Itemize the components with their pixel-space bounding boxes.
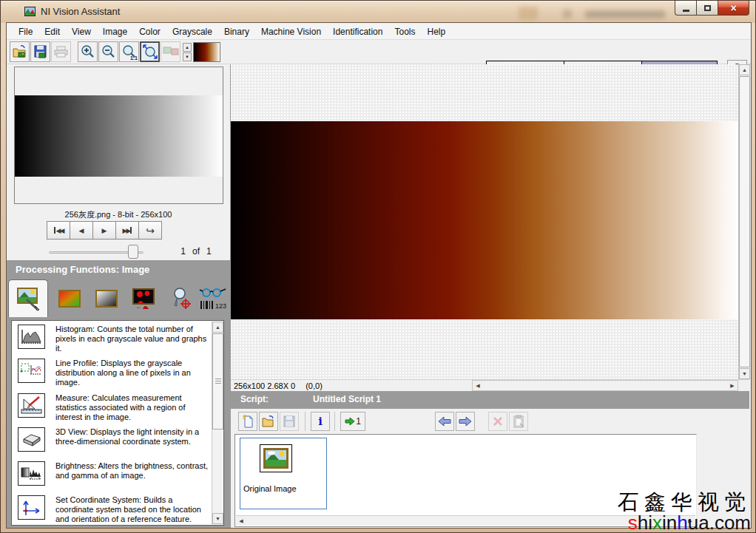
menu-bar: File Edit View Image Color Grayscale Bin… [7, 24, 751, 40]
print-button[interactable] [51, 41, 71, 62]
scroll-up-icon[interactable]: ▲ [212, 322, 223, 333]
palette-spin-up-button[interactable]: ▲ [183, 43, 192, 52]
set-coordinate-system-icon [18, 495, 45, 520]
step-back-button[interactable] [435, 412, 454, 431]
palette-preview[interactable] [193, 42, 220, 62]
script-toolbar: i 1 [231, 409, 749, 434]
tab-binary[interactable] [128, 279, 159, 317]
scroll-right-icon[interactable]: ▶ [727, 381, 738, 390]
zoom-in-icon [81, 44, 95, 59]
menu-item-view[interactable]: View [66, 24, 97, 39]
window-controls: × [675, 1, 749, 16]
binary-tab-icon [132, 288, 155, 310]
function-description: 3D View: Displays the light intensity in… [55, 427, 212, 452]
menu-item-grayscale[interactable]: Grayscale [166, 24, 218, 39]
step-forward-button[interactable] [456, 412, 475, 431]
save-image-button[interactable] [30, 41, 50, 62]
delete-x-icon [493, 416, 503, 427]
open-image-icon [12, 44, 28, 59]
run-once-label: 1 [356, 416, 361, 427]
toolbar-separator [334, 412, 335, 431]
function-item-3d-view[interactable]: 3D View: Displays the light intensity in… [18, 427, 212, 452]
menu-item-image[interactable]: Image [97, 24, 133, 39]
zoom-to-fit-button[interactable] [140, 41, 160, 62]
tab-machine-vision[interactable] [166, 279, 196, 317]
palette-spin-down-button[interactable]: ▼ [183, 52, 192, 61]
menu-item-file[interactable]: File [13, 24, 38, 39]
image-caption: 256灰度.png - 8-bit - 256x100 [7, 209, 230, 220]
title-bar[interactable]: NI Vision Assistant × [1, 1, 755, 23]
open-script-button[interactable] [259, 412, 278, 431]
image-position-slider-thumb[interactable] [128, 245, 138, 259]
zoom-out-button[interactable] [98, 41, 118, 62]
maximize-button[interactable] [696, 1, 718, 16]
menu-item-edit[interactable]: Edit [38, 24, 66, 39]
save-image-icon [33, 44, 48, 59]
tab-identification[interactable]: 123 [198, 279, 229, 317]
scroll-up-icon[interactable]: ▲ [739, 64, 750, 75]
tab-grayscale[interactable] [91, 279, 122, 317]
background-window-artifact [563, 10, 572, 18]
viewer-vscroll-thumb[interactable] [739, 76, 750, 367]
first-image-button[interactable]: ◀◀ [47, 221, 70, 240]
scroll-down-icon[interactable]: ▼ [212, 513, 223, 524]
cycle-images-button[interactable]: ↪ [138, 221, 162, 240]
processing-functions-panel: Processing Functions: Image [7, 260, 230, 528]
image-canvas[interactable] [231, 121, 738, 319]
new-script-button[interactable] [238, 412, 257, 431]
image-size-button[interactable] [161, 41, 180, 62]
scroll-down-icon[interactable]: ▼ [739, 368, 750, 379]
menu-item-tools[interactable]: Tools [388, 24, 421, 39]
open-image-button[interactable] [10, 41, 30, 62]
last-bar-icon [130, 227, 132, 234]
print-icon [53, 45, 70, 58]
close-icon: × [730, 3, 736, 13]
scroll-left-icon[interactable]: ◀ [473, 381, 483, 390]
script-header: Script: Untitled Script 1 [231, 391, 749, 409]
main-toolbar: 1:1 ▲ ▼ Acquire Image [7, 40, 751, 64]
paste-step-button[interactable] [509, 412, 528, 431]
menu-item-binary[interactable]: Binary [218, 24, 255, 39]
previous-image-icon: ◀ [79, 227, 84, 234]
script-horizontal-scrollbar[interactable]: ◀ ▶ [236, 515, 695, 526]
image-viewer[interactable] [231, 64, 738, 379]
function-item-histogram[interactable]: Histogram: Counts the total number of pi… [18, 325, 212, 353]
script-step-original-image[interactable]: Original Image [240, 438, 327, 509]
step-info-button[interactable]: i [311, 412, 330, 431]
grayscale-tab-icon [95, 289, 118, 308]
last-image-button[interactable]: ▶▶ [115, 221, 139, 240]
menu-item-machine-vision[interactable]: Machine Vision [255, 24, 327, 39]
next-image-button[interactable]: ▶ [92, 221, 116, 240]
scroll-right-icon[interactable]: ▶ [685, 516, 695, 526]
function-item-line-profile[interactable]: Line Profile: Displays the grayscale dis… [18, 359, 212, 387]
app-icon [24, 6, 36, 18]
zoom-one-to-one-button[interactable]: 1:1 [119, 41, 139, 62]
menu-item-color[interactable]: Color [133, 24, 166, 39]
function-item-set-coordinate-system[interactable]: Set Coordinate System: Builds a coordina… [18, 495, 212, 524]
identification-tab-icon: 123 [199, 286, 227, 311]
scroll-left-icon[interactable]: ◀ [236, 516, 246, 526]
next-image-icon: ▶ [102, 227, 107, 234]
previous-image-button[interactable]: ◀ [70, 221, 93, 240]
function-description: Line Profile: Displays the grayscale dis… [55, 359, 212, 387]
image-tab-icon [15, 286, 41, 311]
menu-item-identification[interactable]: Identification [327, 24, 388, 39]
tab-color[interactable] [54, 279, 85, 317]
close-button[interactable]: × [718, 1, 749, 16]
function-item-measure[interactable]: Measure: Calculates measurement statisti… [18, 393, 212, 422]
delete-step-button[interactable] [488, 412, 507, 431]
minimize-button[interactable] [675, 1, 696, 16]
tab-image[interactable] [8, 279, 48, 317]
viewer-vertical-scrollbar[interactable]: ▲ ▼ [738, 64, 749, 379]
function-list-scrollbar[interactable]: ▲ ▼ [212, 322, 223, 524]
zoom-in-button[interactable] [78, 41, 98, 62]
viewer-horizontal-scrollbar[interactable]: ◀ ▶ [472, 380, 738, 391]
script-canvas[interactable]: Original Image ◀ ▶ [234, 434, 697, 527]
run-once-button[interactable]: 1 [340, 412, 365, 431]
save-script-button[interactable] [280, 412, 299, 431]
image-preview-box[interactable] [14, 67, 223, 204]
function-item-brightness[interactable]: Brightness: Alters the brightness, contr… [18, 461, 212, 486]
maximize-icon [704, 5, 711, 11]
function-list-scroll-thumb[interactable] [212, 333, 223, 430]
menu-item-help[interactable]: Help [422, 24, 452, 39]
